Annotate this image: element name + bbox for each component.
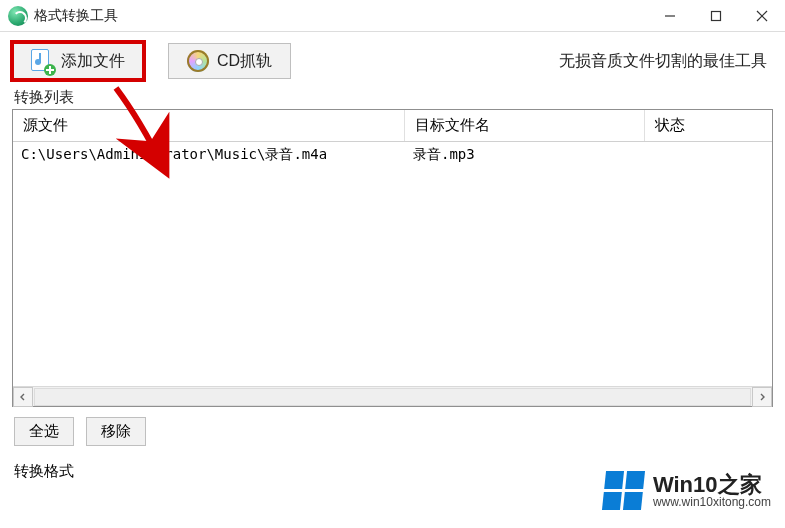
select-all-button[interactable]: 全选	[14, 417, 74, 446]
scroll-left-button[interactable]	[13, 387, 33, 407]
column-status[interactable]: 状态	[645, 110, 772, 141]
scroll-track[interactable]	[34, 388, 751, 406]
horizontal-scrollbar[interactable]	[13, 386, 772, 406]
toolbar: 添加文件 CD抓轨 无损音质文件切割的最佳工具	[0, 32, 785, 88]
cd-icon	[187, 50, 209, 72]
titlebar: 格式转换工具	[0, 0, 785, 32]
remove-button[interactable]: 移除	[86, 417, 146, 446]
cd-rip-button[interactable]: CD抓轨	[168, 43, 291, 79]
window-title: 格式转换工具	[34, 7, 118, 25]
cell-target: 录音.mp3	[405, 142, 645, 168]
table-row[interactable]: C:\Users\Administrator\Music\录音.m4a 录音.m…	[13, 142, 772, 168]
cd-rip-label: CD抓轨	[217, 51, 272, 72]
minimize-button[interactable]	[647, 0, 693, 32]
list-section-label: 转换列表	[0, 88, 785, 109]
close-button[interactable]	[739, 0, 785, 32]
cell-source: C:\Users\Administrator\Music\录音.m4a	[13, 142, 405, 168]
watermark-main: Win10之家	[653, 473, 771, 496]
column-target[interactable]: 目标文件名	[405, 110, 645, 141]
add-file-button[interactable]: 添加文件	[12, 42, 144, 80]
list-body[interactable]: C:\Users\Administrator\Music\录音.m4a 录音.m…	[13, 142, 772, 386]
conversion-list: 源文件 目标文件名 状态 C:\Users\Administrator\Musi…	[12, 109, 773, 407]
watermark: Win10之家 www.win10xitong.com	[604, 471, 771, 510]
app-icon	[8, 6, 28, 26]
watermark-url: www.win10xitong.com	[653, 496, 771, 509]
action-row: 全选 移除	[0, 407, 785, 456]
add-file-icon	[31, 49, 53, 73]
add-file-label: 添加文件	[61, 51, 125, 72]
windows-logo-icon	[602, 471, 645, 510]
scroll-right-button[interactable]	[752, 387, 772, 407]
cell-status	[645, 142, 772, 168]
column-source[interactable]: 源文件	[13, 110, 405, 141]
list-header: 源文件 目标文件名 状态	[13, 110, 772, 142]
tagline-text: 无损音质文件切割的最佳工具	[559, 51, 773, 72]
maximize-button[interactable]	[693, 0, 739, 32]
svg-rect-1	[712, 11, 721, 20]
